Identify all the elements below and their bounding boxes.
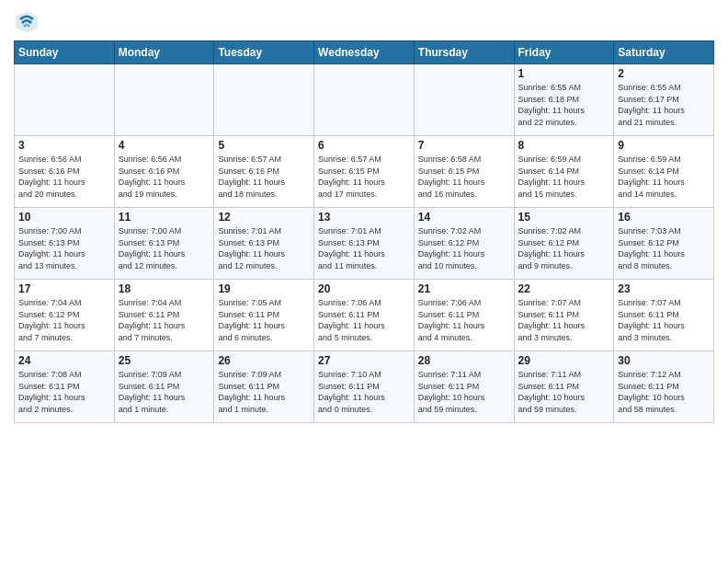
header-cell-friday: Friday xyxy=(514,41,614,64)
day-cell: 30Sunrise: 7:12 AM Sunset: 6:11 PM Dayli… xyxy=(614,351,714,423)
header-row: SundayMondayTuesdayWednesdayThursdayFrid… xyxy=(15,41,714,64)
day-cell xyxy=(314,64,415,136)
calendar-body: 1Sunrise: 6:55 AM Sunset: 6:18 PM Daylig… xyxy=(15,64,714,423)
header-cell-monday: Monday xyxy=(114,41,214,64)
day-cell: 11Sunrise: 7:00 AM Sunset: 6:13 PM Dayli… xyxy=(114,208,214,280)
day-number: 13 xyxy=(318,211,410,224)
day-info: Sunrise: 7:11 AM Sunset: 6:11 PM Dayligh… xyxy=(518,369,610,415)
day-cell: 2Sunrise: 6:55 AM Sunset: 6:17 PM Daylig… xyxy=(614,64,714,136)
day-cell: 18Sunrise: 7:04 AM Sunset: 6:11 PM Dayli… xyxy=(114,280,214,351)
day-cell: 10Sunrise: 7:00 AM Sunset: 6:13 PM Dayli… xyxy=(15,208,115,280)
day-number: 11 xyxy=(119,211,210,224)
day-info: Sunrise: 7:04 AM Sunset: 6:11 PM Dayligh… xyxy=(119,297,210,343)
header xyxy=(14,9,714,35)
header-cell-sunday: Sunday xyxy=(15,41,115,64)
day-info: Sunrise: 6:59 AM Sunset: 6:14 PM Dayligh… xyxy=(618,154,710,200)
day-number: 12 xyxy=(218,211,310,224)
day-info: Sunrise: 6:55 AM Sunset: 6:18 PM Dayligh… xyxy=(518,82,610,128)
day-info: Sunrise: 7:00 AM Sunset: 6:13 PM Dayligh… xyxy=(18,225,110,271)
week-row-1: 3Sunrise: 6:56 AM Sunset: 6:16 PM Daylig… xyxy=(15,136,714,208)
day-cell xyxy=(15,64,115,136)
day-number: 10 xyxy=(18,211,110,224)
day-info: Sunrise: 7:01 AM Sunset: 6:13 PM Dayligh… xyxy=(218,225,310,271)
day-number: 2 xyxy=(618,67,710,80)
main-container: SundayMondayTuesdayWednesdayThursdayFrid… xyxy=(0,0,728,432)
day-cell: 22Sunrise: 7:07 AM Sunset: 6:11 PM Dayli… xyxy=(514,280,614,351)
day-number: 17 xyxy=(18,282,110,295)
day-number: 27 xyxy=(318,354,410,367)
day-info: Sunrise: 7:02 AM Sunset: 6:12 PM Dayligh… xyxy=(518,225,610,271)
day-info: Sunrise: 7:10 AM Sunset: 6:11 PM Dayligh… xyxy=(318,369,410,415)
day-info: Sunrise: 7:12 AM Sunset: 6:11 PM Dayligh… xyxy=(618,369,710,415)
day-cell: 27Sunrise: 7:10 AM Sunset: 6:11 PM Dayli… xyxy=(314,351,415,423)
day-info: Sunrise: 7:01 AM Sunset: 6:13 PM Dayligh… xyxy=(318,225,410,271)
day-number: 7 xyxy=(418,139,510,152)
day-number: 22 xyxy=(518,282,610,295)
day-cell: 19Sunrise: 7:05 AM Sunset: 6:11 PM Dayli… xyxy=(214,280,314,351)
day-number: 20 xyxy=(318,282,410,295)
day-number: 6 xyxy=(318,139,410,152)
day-cell xyxy=(114,64,214,136)
day-cell: 21Sunrise: 7:06 AM Sunset: 6:11 PM Dayli… xyxy=(414,280,514,351)
day-number: 26 xyxy=(218,354,310,367)
day-cell: 23Sunrise: 7:07 AM Sunset: 6:11 PM Dayli… xyxy=(614,280,714,351)
day-number: 21 xyxy=(418,282,510,295)
day-info: Sunrise: 6:59 AM Sunset: 6:14 PM Dayligh… xyxy=(518,154,610,200)
logo-icon xyxy=(14,9,40,35)
day-cell: 7Sunrise: 6:58 AM Sunset: 6:15 PM Daylig… xyxy=(414,136,514,208)
day-cell: 8Sunrise: 6:59 AM Sunset: 6:14 PM Daylig… xyxy=(514,136,614,208)
logo xyxy=(14,9,43,35)
day-cell: 4Sunrise: 6:56 AM Sunset: 6:16 PM Daylig… xyxy=(114,136,214,208)
day-cell: 6Sunrise: 6:57 AM Sunset: 6:15 PM Daylig… xyxy=(314,136,415,208)
day-number: 24 xyxy=(18,354,110,367)
day-cell: 16Sunrise: 7:03 AM Sunset: 6:12 PM Dayli… xyxy=(614,208,714,280)
week-row-0: 1Sunrise: 6:55 AM Sunset: 6:18 PM Daylig… xyxy=(15,64,714,136)
day-info: Sunrise: 6:55 AM Sunset: 6:17 PM Dayligh… xyxy=(618,82,710,128)
day-cell: 14Sunrise: 7:02 AM Sunset: 6:12 PM Dayli… xyxy=(414,208,514,280)
day-number: 1 xyxy=(518,67,610,80)
day-info: Sunrise: 6:56 AM Sunset: 6:16 PM Dayligh… xyxy=(119,154,210,200)
day-info: Sunrise: 7:06 AM Sunset: 6:11 PM Dayligh… xyxy=(418,297,510,343)
day-cell xyxy=(414,64,514,136)
day-number: 28 xyxy=(418,354,510,367)
calendar-table: SundayMondayTuesdayWednesdayThursdayFrid… xyxy=(14,40,714,423)
day-cell: 9Sunrise: 6:59 AM Sunset: 6:14 PM Daylig… xyxy=(614,136,714,208)
day-cell: 5Sunrise: 6:57 AM Sunset: 6:16 PM Daylig… xyxy=(214,136,314,208)
day-number: 3 xyxy=(18,139,110,152)
day-info: Sunrise: 7:05 AM Sunset: 6:11 PM Dayligh… xyxy=(218,297,310,343)
day-cell: 25Sunrise: 7:09 AM Sunset: 6:11 PM Dayli… xyxy=(114,351,214,423)
day-cell: 17Sunrise: 7:04 AM Sunset: 6:12 PM Dayli… xyxy=(15,280,115,351)
day-number: 30 xyxy=(618,354,710,367)
day-cell: 12Sunrise: 7:01 AM Sunset: 6:13 PM Dayli… xyxy=(214,208,314,280)
day-number: 8 xyxy=(518,139,610,152)
day-info: Sunrise: 6:58 AM Sunset: 6:15 PM Dayligh… xyxy=(418,154,510,200)
day-number: 14 xyxy=(418,211,510,224)
day-info: Sunrise: 6:56 AM Sunset: 6:16 PM Dayligh… xyxy=(18,154,110,200)
day-number: 16 xyxy=(618,211,710,224)
week-row-4: 24Sunrise: 7:08 AM Sunset: 6:11 PM Dayli… xyxy=(15,351,714,423)
day-cell: 20Sunrise: 7:06 AM Sunset: 6:11 PM Dayli… xyxy=(314,280,415,351)
day-info: Sunrise: 6:57 AM Sunset: 6:16 PM Dayligh… xyxy=(218,154,310,200)
header-cell-wednesday: Wednesday xyxy=(314,41,415,64)
week-row-2: 10Sunrise: 7:00 AM Sunset: 6:13 PM Dayli… xyxy=(15,208,714,280)
day-info: Sunrise: 7:03 AM Sunset: 6:12 PM Dayligh… xyxy=(618,225,710,271)
day-cell: 1Sunrise: 6:55 AM Sunset: 6:18 PM Daylig… xyxy=(514,64,614,136)
day-number: 9 xyxy=(618,139,710,152)
day-cell: 26Sunrise: 7:09 AM Sunset: 6:11 PM Dayli… xyxy=(214,351,314,423)
day-info: Sunrise: 7:07 AM Sunset: 6:11 PM Dayligh… xyxy=(618,297,710,343)
day-cell: 24Sunrise: 7:08 AM Sunset: 6:11 PM Dayli… xyxy=(15,351,115,423)
day-info: Sunrise: 7:11 AM Sunset: 6:11 PM Dayligh… xyxy=(418,369,510,415)
day-cell: 3Sunrise: 6:56 AM Sunset: 6:16 PM Daylig… xyxy=(15,136,115,208)
day-info: Sunrise: 6:57 AM Sunset: 6:15 PM Dayligh… xyxy=(318,154,410,200)
day-number: 15 xyxy=(518,211,610,224)
day-info: Sunrise: 7:02 AM Sunset: 6:12 PM Dayligh… xyxy=(418,225,510,271)
header-cell-thursday: Thursday xyxy=(414,41,514,64)
day-info: Sunrise: 7:07 AM Sunset: 6:11 PM Dayligh… xyxy=(518,297,610,343)
day-cell: 29Sunrise: 7:11 AM Sunset: 6:11 PM Dayli… xyxy=(514,351,614,423)
day-cell xyxy=(214,64,314,136)
day-number: 23 xyxy=(618,282,710,295)
day-info: Sunrise: 7:09 AM Sunset: 6:11 PM Dayligh… xyxy=(218,369,310,415)
week-row-3: 17Sunrise: 7:04 AM Sunset: 6:12 PM Dayli… xyxy=(15,280,714,351)
day-number: 18 xyxy=(119,282,210,295)
day-cell: 13Sunrise: 7:01 AM Sunset: 6:13 PM Dayli… xyxy=(314,208,415,280)
